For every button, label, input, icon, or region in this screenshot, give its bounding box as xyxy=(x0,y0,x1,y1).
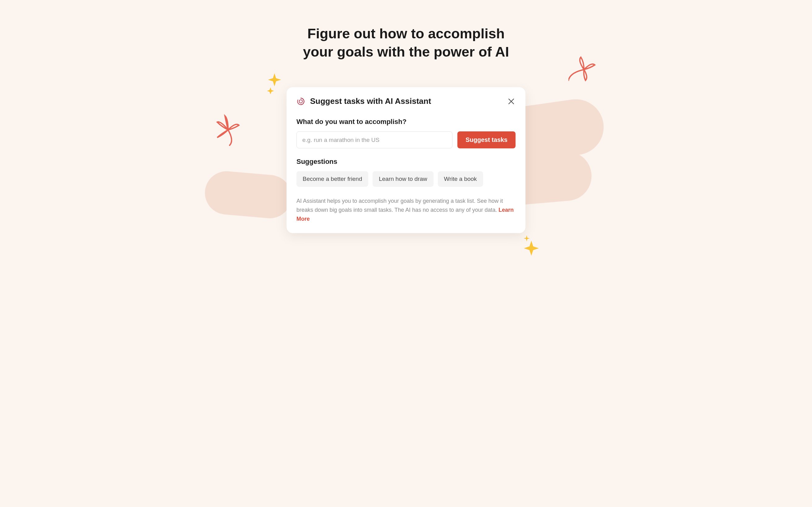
headline-line-1: Figure out how to accomplish xyxy=(307,26,505,42)
close-icon xyxy=(508,98,515,105)
svg-point-0 xyxy=(299,100,303,103)
suggestion-chip-draw[interactable]: Learn how to draw xyxy=(372,171,433,187)
modal-title-group: Suggest tasks with AI Assistant xyxy=(297,97,431,106)
page-headline: Figure out how to accomplish your goals … xyxy=(189,0,623,61)
sparkle-icon xyxy=(520,235,539,258)
suggest-tasks-button[interactable]: Suggest tasks xyxy=(457,131,515,149)
modal-header: Suggest tasks with AI Assistant xyxy=(297,97,515,106)
ai-logo-icon xyxy=(297,97,305,106)
sparkle-icon xyxy=(267,73,282,96)
close-button[interactable] xyxy=(507,97,515,106)
headline-line-2: your goals with the power of AI xyxy=(303,44,509,60)
ai-assistant-modal: Suggest tasks with AI Assistant What do … xyxy=(287,87,525,233)
prompt-label: What do you want to accomplish? xyxy=(297,118,515,126)
suggestion-chip-friend[interactable]: Become a better friend xyxy=(297,171,368,187)
suggestions-label: Suggestions xyxy=(297,158,515,166)
modal-title: Suggest tasks with AI Assistant xyxy=(310,97,431,106)
brush-decoration xyxy=(203,169,293,220)
helper-text: AI Assistant helps you to accomplish you… xyxy=(297,196,515,223)
helper-text-body: AI Assistant helps you to accomplish you… xyxy=(297,198,503,213)
goal-input[interactable] xyxy=(297,131,452,149)
input-row: Suggest tasks xyxy=(297,131,515,149)
suggestion-chip-book[interactable]: Write a book xyxy=(438,171,483,187)
suggestion-chips: Become a better friend Learn how to draw… xyxy=(297,171,515,187)
flower-icon xyxy=(211,113,245,148)
